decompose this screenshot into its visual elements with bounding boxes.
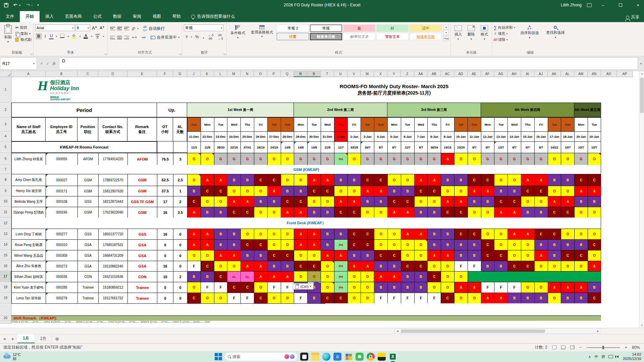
al-cell[interactable]: 0 <box>173 293 187 303</box>
gallery-down-icon[interactable]: ▼ <box>443 30 449 35</box>
sheet-tab-2月[interactable]: 2月 <box>35 334 52 343</box>
roster-cell[interactable]: O <box>521 239 534 250</box>
roster-cell[interactable]: O <box>414 196 428 207</box>
roster-cell[interactable]: B <box>521 293 534 303</box>
forecast-cell[interactable]: 24/22 <box>548 141 561 153</box>
roster-cell[interactable]: A <box>307 229 321 239</box>
column-header-W[interactable]: W <box>361 71 374 77</box>
row-header-20[interactable]: 20 <box>0 315 11 321</box>
column-header-G[interactable]: G <box>173 71 187 77</box>
roster-cell[interactable]: O <box>281 174 294 186</box>
roster-cell[interactable]: B <box>387 282 401 293</box>
roster-cell[interactable]: F <box>387 293 401 303</box>
roster-cell[interactable]: C <box>427 271 441 282</box>
roster-cell[interactable]: A <box>468 282 481 293</box>
roster-cell[interactable]: O <box>227 261 240 271</box>
italic-button[interactable]: I <box>44 34 47 39</box>
position-cell[interactable]: GSA <box>77 261 98 271</box>
al-cell[interactable]: 0 <box>173 229 187 239</box>
roster-cell[interactable]: G <box>227 153 240 165</box>
row-header-8[interactable]: 8 <box>0 174 11 186</box>
roster-cell[interactable]: O <box>521 282 534 293</box>
start-button[interactable] <box>215 353 222 360</box>
roster-cell[interactable]: O <box>347 282 361 293</box>
format-painter-button[interactable]: 格式刷 <box>15 37 32 42</box>
roster-cell[interactable]: G <box>574 153 588 165</box>
staff-name-cell[interactable]: Lven Ding 丁相斌 <box>11 229 46 239</box>
contact-cell[interactable]: 18212873443 <box>98 196 127 207</box>
sheet-nav-right-icon[interactable]: ▶ <box>9 334 17 343</box>
forecast-cell[interactable]: 10/7 <box>561 141 574 153</box>
forecast-cell[interactable]: 14/8 <box>281 141 294 153</box>
roster-cell[interactable]: C <box>441 207 454 218</box>
roster-cell[interactable]: O <box>307 250 321 261</box>
align-left-icon[interactable] <box>110 36 115 40</box>
roster-cell[interactable]: A <box>441 153 454 165</box>
roster-cell[interactable]: A <box>374 186 387 196</box>
row-header-6[interactable]: 6 <box>0 153 11 165</box>
employee-id-cell[interactable]: 000277 <box>46 229 77 239</box>
roster-cell[interactable]: C <box>427 186 441 196</box>
zoom-in-icon[interactable]: + <box>625 345 627 350</box>
contact-cell[interactable]: 18501377720 <box>98 229 127 239</box>
roster-cell[interactable]: PH <box>334 239 347 250</box>
roster-cell[interactable]: C <box>534 186 548 196</box>
conditional-formatting-button[interactable]: 条件格式▾ <box>228 24 247 40</box>
roster-cell[interactable]: C <box>374 250 387 261</box>
roster-cell[interactable]: C <box>294 196 307 207</box>
roster-cell[interactable]: O <box>267 293 281 303</box>
roster-cell[interactable]: C <box>240 239 254 250</box>
roster-cell[interactable]: A <box>481 186 494 196</box>
roster-cell[interactable]: O <box>427 282 441 293</box>
remark-cell[interactable]: GSS TF GSM <box>127 196 157 207</box>
column-header-X[interactable]: X <box>374 71 387 77</box>
roster-cell[interactable]: O <box>468 207 481 218</box>
roster-cell[interactable]: B <box>574 239 588 250</box>
roster-cell[interactable]: B <box>240 250 254 261</box>
roster-cell[interactable]: B <box>387 261 401 271</box>
position-cell[interactable]: GSS <box>77 196 98 207</box>
ribbon-tab-审阅[interactable]: 审阅 <box>127 11 147 22</box>
accounting-format-icon[interactable]: ¥ <box>184 34 189 40</box>
user-name[interactable]: Lilith Zhong <box>561 3 582 7</box>
roster-cell[interactable]: C <box>468 229 481 239</box>
staff-name-cell[interactable]: Kimi Yuan 袁宇嵘鸣 <box>11 282 46 293</box>
roster-cell[interactable]: O <box>187 250 201 261</box>
column-header-AI[interactable]: AI <box>521 71 534 77</box>
roster-cell[interactable]: C <box>574 250 588 261</box>
gallery-more-icon[interactable]: ▼▬ <box>443 36 449 41</box>
contact-cell[interactable]: 15180859212 <box>98 282 127 293</box>
roster-cell[interactable]: O <box>507 250 521 261</box>
share-button[interactable]: 共享 <box>626 14 639 20</box>
roster-cell[interactable]: O <box>347 186 361 196</box>
roster-cell[interactable]: B <box>227 174 240 186</box>
position-cell[interactable]: GSA <box>77 250 98 261</box>
cell-style-chip[interactable]: 好 <box>376 24 409 32</box>
roster-cell[interactable]: O <box>548 153 561 165</box>
contact-cell[interactable]: 17685187531 <box>98 239 127 250</box>
roster-cell[interactable]: F <box>494 282 507 293</box>
position-cell[interactable]: AFOM <box>77 153 98 165</box>
roster-cell[interactable]: A <box>201 229 214 239</box>
ribbon-tab-开始[interactable]: 开始 <box>20 11 40 22</box>
remark-cell[interactable]: GSA <box>127 250 157 261</box>
comma-style-icon[interactable]: , <box>202 34 205 40</box>
roster-cell[interactable]: O <box>588 153 601 165</box>
roster-cell[interactable]: B <box>574 196 588 207</box>
roster-cell[interactable]: A <box>494 293 507 303</box>
customize-toolbar-button[interactable]: ▾ <box>37 3 39 7</box>
roster-cell[interactable]: O <box>588 207 601 218</box>
contact-cell[interactable]: 15521010536 <box>98 271 127 282</box>
roster-cell[interactable]: O <box>214 293 227 303</box>
sheet-nav-left-icon[interactable]: ◀ <box>0 334 9 343</box>
column-header-Q[interactable]: Q <box>281 71 294 77</box>
remark-cell[interactable]: GSM <box>127 207 157 218</box>
roster-cell[interactable]: A <box>281 207 294 218</box>
ribbon-tab-公式[interactable]: 公式 <box>88 11 107 22</box>
roster-cell[interactable]: A <box>361 186 374 196</box>
roster-cell[interactable]: C <box>254 174 267 186</box>
roster-cell[interactable]: B <box>187 186 201 196</box>
remark-cell[interactable]: CON <box>127 271 157 282</box>
roster-cell[interactable]: O <box>321 196 334 207</box>
roster-cell[interactable]: O <box>454 293 468 303</box>
